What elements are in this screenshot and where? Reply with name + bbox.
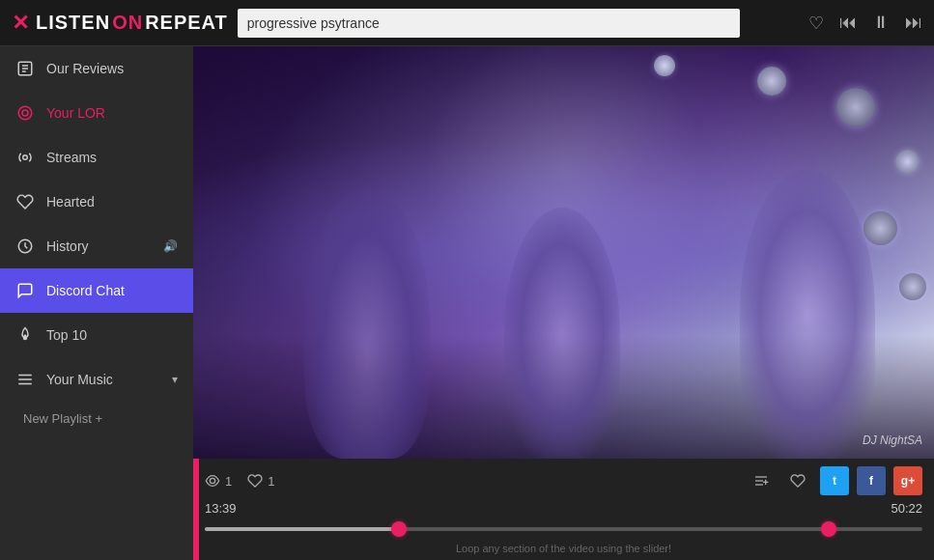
video-watermark: DJ NightSA	[863, 434, 922, 447]
figure-right	[740, 169, 875, 459]
orb-6	[654, 55, 675, 76]
sidebar-item-hearted[interactable]: Hearted	[0, 180, 193, 224]
hearted-label: Hearted	[46, 194, 95, 210]
svg-point-11	[210, 478, 214, 483]
heart-nav-icon	[15, 192, 35, 211]
svg-point-5	[22, 110, 28, 116]
heart-button[interactable]	[783, 466, 812, 495]
orb-5	[899, 273, 926, 300]
orb-3	[895, 150, 920, 174]
search-input[interactable]	[238, 9, 740, 38]
svg-point-6	[23, 155, 28, 160]
content-area: DJ NightSA 1 1	[193, 46, 934, 560]
sidebar: Our Reviews Your LOR Streams	[0, 46, 193, 560]
chat-icon	[15, 281, 35, 300]
heart-count: 1	[247, 473, 274, 489]
topbar: ✕ LISTEN ON REPEAT ♡ ⏮ ⏸ ⏭	[0, 0, 934, 46]
video-wrapper[interactable]: DJ NightSA	[193, 46, 934, 459]
hearts-label: 1	[268, 474, 274, 489]
svg-point-4	[18, 106, 32, 120]
sidebar-item-your-music[interactable]: Your Music ▾	[0, 357, 193, 402]
history-label: History	[46, 238, 89, 254]
time-current: 13:39	[205, 501, 237, 516]
progress-slider[interactable]	[205, 519, 922, 539]
topbar-icons: ♡ ⏮ ⏸ ⏭	[808, 13, 922, 34]
logo-repeat: REPEAT	[145, 12, 228, 34]
skip-back-icon[interactable]: ⏮	[839, 13, 857, 33]
player-top-row: 1 1	[205, 466, 922, 495]
sidebar-item-history[interactable]: History 🔊	[0, 224, 193, 268]
play-pause-icon[interactable]: ⏸	[872, 13, 890, 33]
figure-center	[504, 208, 620, 459]
sidebar-item-streams[interactable]: Streams	[0, 135, 193, 180]
twitter-share-button[interactable]: t	[820, 466, 849, 495]
lor-icon	[15, 103, 35, 123]
time-row: 13:39 50:22	[205, 501, 922, 516]
chevron-down-icon: ▾	[172, 373, 178, 386]
slider-handle-right[interactable]	[821, 521, 836, 537]
views-label: 1	[225, 474, 232, 489]
fire-icon	[15, 325, 35, 345]
orb-2	[836, 88, 875, 126]
your-music-label: Your Music	[46, 372, 172, 387]
orb-4	[863, 211, 897, 245]
heart-icon[interactable]: ♡	[808, 13, 824, 34]
time-total: 50:22	[891, 501, 922, 516]
main-layout: Our Reviews Your LOR Streams	[0, 46, 934, 560]
player-stats: 1 1	[205, 473, 274, 489]
add-to-playlist-button[interactable]	[747, 466, 776, 495]
clock-icon	[15, 237, 35, 256]
player-controls: 1 1	[193, 459, 934, 560]
sidebar-item-discord-chat[interactable]: Discord Chat	[0, 268, 193, 313]
discord-chat-label: Discord Chat	[46, 283, 125, 298]
volume-icon: 🔊	[163, 239, 178, 253]
slider-handle-left[interactable]	[391, 521, 407, 537]
menu-lines-icon	[15, 370, 35, 389]
facebook-share-button[interactable]: f	[857, 466, 886, 495]
streams-icon	[15, 148, 35, 167]
player-actions: t f g+	[747, 466, 922, 495]
star-icon	[15, 59, 35, 78]
slider-track	[205, 527, 922, 531]
view-count: 1	[205, 473, 232, 489]
our-reviews-label: Our Reviews	[46, 61, 124, 76]
sidebar-item-our-reviews[interactable]: Our Reviews	[0, 46, 193, 91]
skip-forward-icon[interactable]: ⏭	[905, 13, 922, 33]
sidebar-item-your-lor[interactable]: Your LOR	[0, 91, 193, 135]
orb-1	[757, 67, 786, 96]
logo-on: ON	[112, 12, 143, 34]
logo-x: ✕	[12, 11, 30, 36]
top-10-label: Top 10	[46, 327, 87, 343]
video-background	[193, 46, 934, 459]
your-lor-label: Your LOR	[46, 105, 105, 121]
gplus-share-button[interactable]: g+	[893, 466, 922, 495]
sidebar-item-top-10[interactable]: Top 10	[0, 313, 193, 357]
loop-hint: Loop any section of the video using the …	[205, 543, 922, 554]
new-playlist-button[interactable]: New Playlist +	[0, 402, 193, 435]
logo[interactable]: ✕ LISTEN ON REPEAT	[12, 11, 228, 36]
streams-label: Streams	[46, 150, 97, 165]
slider-fill	[205, 527, 399, 531]
figure-left	[304, 188, 430, 459]
logo-listen: LISTEN	[36, 12, 110, 34]
